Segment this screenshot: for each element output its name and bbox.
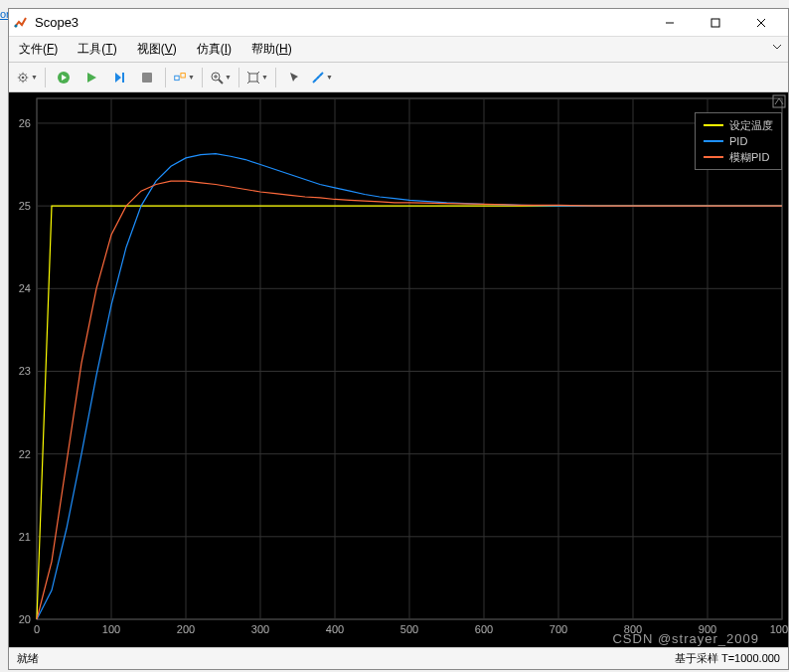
svg-rect-16 <box>249 74 257 82</box>
trigger-indicator-icon <box>772 94 786 111</box>
legend: 设定温度 PID 模糊PID <box>695 112 782 170</box>
svg-text:0: 0 <box>34 623 40 635</box>
svg-rect-10 <box>175 76 179 80</box>
legend-entry-setpoint: 设定温度 <box>704 117 773 133</box>
plot-area[interactable]: 0100200300400500600700800900100020212223… <box>9 92 788 647</box>
zoom-button[interactable]: ▼ <box>209 66 233 89</box>
chart-canvas: 0100200300400500600700800900100020212223… <box>9 92 788 647</box>
cursor-button[interactable] <box>282 66 306 89</box>
svg-point-0 <box>15 24 18 27</box>
svg-text:400: 400 <box>326 623 344 635</box>
svg-text:100: 100 <box>102 623 120 635</box>
menu-overflow-icon[interactable] <box>772 41 782 51</box>
status-left: 就绪 <box>17 651 39 666</box>
window-title: Scope3 <box>35 15 647 30</box>
svg-text:700: 700 <box>550 623 567 635</box>
svg-rect-9 <box>142 73 152 83</box>
svg-rect-54 <box>773 95 785 107</box>
status-right: 基于采样 T=1000.000 <box>675 651 780 666</box>
svg-text:300: 300 <box>251 623 269 635</box>
svg-point-6 <box>22 76 25 79</box>
svg-text:200: 200 <box>177 623 195 635</box>
separator <box>165 68 166 87</box>
legend-swatch <box>704 156 723 158</box>
menu-sim[interactable]: 仿真(I) <box>193 39 236 60</box>
settings-button[interactable]: ▼ <box>15 66 39 89</box>
menubar: 文件(F) 工具(T) 视图(V) 仿真(I) 帮助(H) <box>9 37 788 63</box>
autoscale-button[interactable]: ▼ <box>245 66 269 89</box>
menu-view[interactable]: 视图(V) <box>133 39 181 60</box>
play-button[interactable] <box>79 66 103 89</box>
legend-entry-pid: PID <box>704 133 773 149</box>
separator <box>275 68 276 87</box>
close-button[interactable] <box>738 9 784 37</box>
toolbar: ▼ ▼ ▼ ▼ ▼ <box>9 63 788 92</box>
separator <box>202 68 203 87</box>
menu-help[interactable]: 帮助(H) <box>247 39 296 60</box>
stop-button[interactable] <box>135 66 159 89</box>
svg-text:800: 800 <box>624 623 642 635</box>
trigger-button[interactable]: ▼ <box>172 66 196 89</box>
scope-window: Scope3 文件(F) 工具(T) 视图(V) 仿真(I) 帮助(H) ▼ ▼… <box>8 8 789 670</box>
svg-rect-2 <box>711 19 719 27</box>
svg-text:500: 500 <box>400 623 418 635</box>
svg-text:24: 24 <box>19 282 31 294</box>
run-button[interactable] <box>52 66 76 89</box>
separator <box>45 68 46 87</box>
svg-text:900: 900 <box>699 623 716 635</box>
svg-text:21: 21 <box>19 531 31 543</box>
svg-text:26: 26 <box>19 117 31 129</box>
svg-rect-11 <box>181 73 185 77</box>
measure-button[interactable]: ▼ <box>310 66 334 89</box>
titlebar: Scope3 <box>9 9 788 37</box>
statusbar: 就绪 基于采样 T=1000.000 <box>9 647 788 669</box>
svg-rect-8 <box>122 73 124 83</box>
svg-line-13 <box>219 80 223 84</box>
step-button[interactable] <box>107 66 131 89</box>
legend-swatch <box>704 140 723 142</box>
svg-text:22: 22 <box>19 448 31 460</box>
menu-file[interactable]: 文件(F) <box>15 39 62 60</box>
svg-text:600: 600 <box>475 623 493 635</box>
svg-text:20: 20 <box>19 613 31 625</box>
svg-text:1000: 1000 <box>770 623 788 635</box>
maximize-button[interactable] <box>693 9 738 37</box>
separator <box>238 68 239 87</box>
matlab-icon <box>13 15 29 31</box>
legend-swatch <box>704 124 723 126</box>
menu-tool[interactable]: 工具(T) <box>74 39 120 60</box>
svg-text:25: 25 <box>19 200 31 212</box>
legend-entry-fuzzy: 模糊PID <box>704 149 773 165</box>
svg-text:23: 23 <box>19 365 31 377</box>
minimize-button[interactable] <box>647 9 693 37</box>
